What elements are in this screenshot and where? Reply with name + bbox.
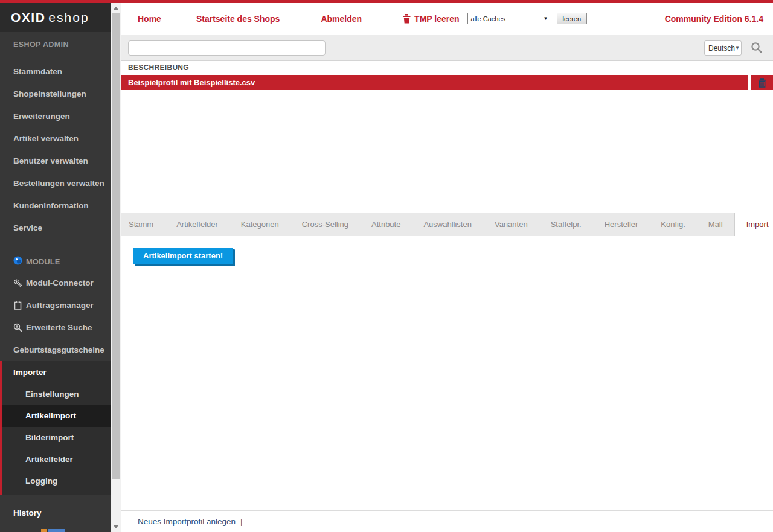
sidebar-item-service[interactable]: Service (0, 217, 111, 239)
scroll-down-button[interactable] (111, 522, 121, 531)
sidebar-main-menu: Stammdaten Shopeinstellungen Erweiterung… (0, 60, 111, 239)
home-link[interactable]: Home (138, 14, 161, 24)
tab-konfig[interactable]: Konfig. (649, 213, 696, 236)
search-button[interactable] (751, 42, 763, 54)
trash-icon (403, 14, 411, 24)
start-article-import-button[interactable]: Artikelimport starten! (133, 248, 233, 264)
sidebar-subitem-einstellungen[interactable]: Einstellungen (2, 383, 111, 405)
tmp-clear-label: TMP leeren (414, 14, 459, 24)
list-column-header: BESCHREIBUNG (121, 62, 773, 74)
sidebar-module-menu: Modul-Connector Auftragsmanager Erweit (0, 272, 111, 361)
gears-icon (13, 278, 22, 287)
list-footer: Neues Importprofil anlegen | (121, 510, 773, 532)
module-section-header: MODULE (13, 255, 60, 268)
delete-profile-button[interactable] (751, 75, 773, 90)
main-content: Home Startseite des Shops Abmelden TMP l… (121, 3, 773, 532)
logout-link[interactable]: Abmelden (321, 14, 362, 24)
profile-row-selected[interactable]: Beispielprofil mit Beispielliste.csv (121, 75, 748, 90)
tab-stamm[interactable]: Stamm (121, 213, 165, 236)
tab-mall[interactable]: Mall (697, 213, 734, 236)
sidebar-importer-section: Importer Einstellungen Artikelimport Bil… (0, 361, 111, 495)
sidebar-scrollbar[interactable] (111, 3, 121, 532)
import-tab-panel: Artikelimport starten! (121, 236, 773, 510)
logo-text-bold: OXID (11, 10, 45, 25)
partially-visible-item (39, 529, 75, 532)
tab-varianten[interactable]: Varianten (483, 213, 539, 236)
cache-clear-button[interactable]: leeren (557, 13, 588, 24)
sidebar-subitem-artikelfelder[interactable]: Artikelfelder (2, 449, 111, 470)
chevron-down-icon: ▼ (735, 45, 740, 51)
search-input[interactable] (128, 40, 326, 56)
sidebar-item-erweiterungen[interactable]: Erweiterungen (0, 105, 111, 127)
module-item-label: Geburtstagsgutscheine (13, 345, 104, 354)
sidebar-item-geburtstagsgutscheine[interactable]: Geburtstagsgutscheine (0, 339, 111, 361)
new-import-profile-link[interactable]: Neues Importprofil anlegen (138, 517, 236, 526)
sidebar-item-shopeinstellungen[interactable]: Shopeinstellungen (0, 83, 111, 105)
zoom-plus-icon (13, 323, 22, 332)
tab-auswahllisten[interactable]: Auswahllisten (412, 213, 483, 236)
trash-icon (758, 78, 766, 88)
module-item-label: Modul-Connector (26, 278, 94, 287)
sidebar-history-area: History (0, 502, 111, 524)
sidebar-item-stammdaten[interactable]: Stammdaten (0, 60, 111, 83)
cache-select[interactable]: alle Caches ▼ (467, 13, 551, 24)
sidebar-item-bestellungen-verwalten[interactable]: Bestellungen verwalten (0, 172, 111, 194)
chevron-down-icon: ▼ (544, 16, 548, 21)
search-bar-row: Deutsch ▼ (121, 35, 773, 61)
tab-import[interactable]: Import (734, 213, 773, 236)
logo-text-light: eshop (48, 10, 89, 25)
tab-artikelfelder[interactable]: Artikelfelder (165, 213, 229, 236)
top-accent-strip (0, 0, 773, 3)
down-arrow-icon (114, 525, 118, 528)
sidebar-item-importer[interactable]: Importer (2, 361, 111, 383)
sidebar-item-modul-connector[interactable]: Modul-Connector (0, 272, 111, 294)
cutoff-mark (48, 529, 65, 532)
tab-bar: Stamm Artikelfelder Kategorien Cross-Sel… (121, 213, 773, 236)
sidebar-item-history[interactable]: History (0, 502, 111, 524)
language-select[interactable]: Deutsch ▼ (704, 40, 742, 56)
tab-attribute[interactable]: Attribute (360, 213, 412, 236)
module-item-label: Auftragsmanager (26, 301, 94, 310)
profile-list: BESCHREIBUNG Beispielprofil mit Beispiel… (121, 62, 773, 216)
module-item-label: Erweiterte Suche (26, 323, 92, 332)
eshop-admin-title: ESHOP ADMIN (13, 40, 69, 49)
sidebar-item-artikel-verwalten[interactable]: Artikel verwalten (0, 127, 111, 150)
search-icon (751, 42, 763, 54)
oxid-logo[interactable]: OXID eshop (0, 3, 111, 32)
tab-hersteller[interactable]: Hersteller (593, 213, 650, 236)
sidebar-subitem-logging[interactable]: Logging (2, 470, 111, 492)
language-value: Deutsch (708, 44, 735, 53)
sidebar-item-auftragsmanager[interactable]: Auftragsmanager (0, 294, 111, 316)
shop-start-link[interactable]: Startseite des Shops (196, 14, 280, 24)
sidebar-item-benutzer-verwalten[interactable]: Benutzer verwalten (0, 150, 111, 172)
sidebar-subitem-artikelimport[interactable]: Artikelimport (2, 405, 111, 427)
sidebar-item-erweiterte-suche[interactable]: Erweiterte Suche (0, 316, 111, 339)
tab-kategorien[interactable]: Kategorien (229, 213, 290, 236)
top-navigation-bar: Home Startseite des Shops Abmelden TMP l… (121, 3, 773, 34)
cutoff-mark (41, 529, 47, 532)
sidebar: OXID eshop ESHOP ADMIN Stammdaten Shopei… (0, 3, 111, 532)
tab-staffelpr[interactable]: Staffelpr. (539, 213, 593, 236)
module-header-label: MODULE (26, 257, 60, 266)
clipboard-icon (13, 301, 22, 310)
module-icon (13, 256, 22, 267)
edition-label: Community Edition 6.1.4 (665, 14, 763, 24)
tmp-clear-link[interactable]: TMP leeren (403, 14, 459, 24)
tab-cross-selling[interactable]: Cross-Selling (290, 213, 360, 236)
up-arrow-icon (114, 7, 118, 10)
footer-separator: | (240, 517, 243, 526)
table-row: Beispielprofil mit Beispielliste.csv (121, 75, 773, 90)
scroll-up-button[interactable] (111, 4, 121, 13)
scrollbar-thumb[interactable] (112, 13, 120, 479)
sidebar-item-kundeninformation[interactable]: Kundeninformation (0, 194, 111, 217)
sidebar-subitem-bilderimport[interactable]: Bilderimport (2, 427, 111, 449)
cache-select-value: alle Caches (471, 15, 505, 22)
